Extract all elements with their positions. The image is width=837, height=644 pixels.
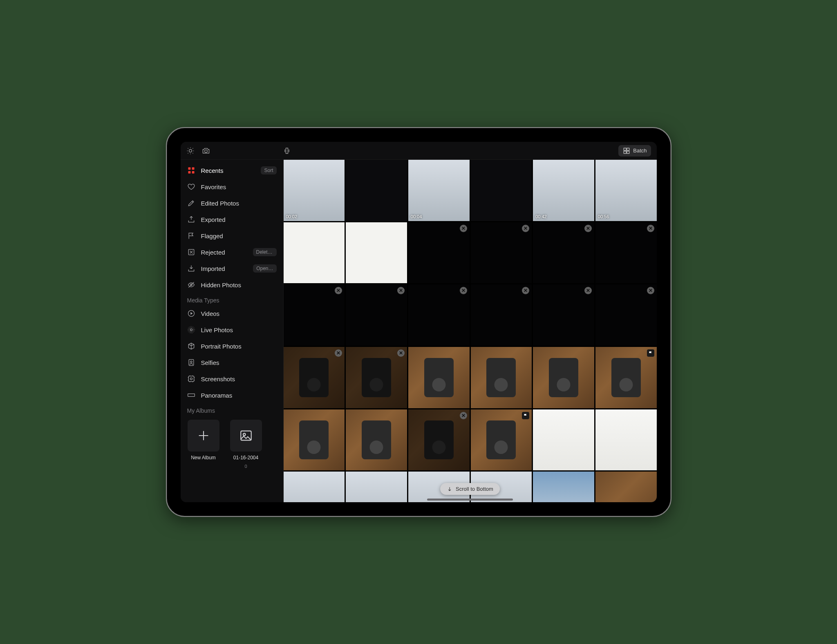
rejected-badge: ✕	[647, 225, 654, 232]
sidebar-item-flagged[interactable]: Flagged	[181, 228, 283, 244]
photo-cell[interactable]	[284, 472, 345, 502]
photo-cell[interactable]: ✕	[284, 284, 345, 346]
sidebar-item-panoramas[interactable]: Panoramas	[181, 387, 283, 403]
sidebar-item-selfies[interactable]: Selfies	[181, 354, 283, 371]
ipod-placeholder	[549, 358, 578, 397]
sidebar-item-favorites[interactable]: Favorites	[181, 179, 283, 195]
sidebar-item-trailing[interactable]: Delete…	[253, 248, 277, 256]
photo-cell[interactable]: ✕	[471, 284, 532, 346]
picture-icon	[230, 420, 262, 452]
reject-icon	[187, 248, 195, 256]
scroll-label: Scroll to Bottom	[456, 486, 493, 492]
sidebar-item-portrait-photos[interactable]: Portrait Photos	[181, 338, 283, 354]
rejected-badge: ✕	[335, 349, 342, 357]
photo-cell[interactable]: 00:56	[595, 160, 657, 221]
photo-cell[interactable]: ✕	[346, 347, 407, 408]
photo-cell[interactable]: 00:42	[533, 160, 594, 221]
pano-icon	[187, 391, 195, 399]
sidebar-item-trailing[interactable]: Sort	[261, 166, 276, 174]
photo-grid-container: 00:0200:0400:4200:56✕✕✕✕✕✕✕✕✕✕✕✕✕ Scroll…	[284, 160, 657, 502]
live-icon	[187, 326, 195, 334]
photo-cell[interactable]: ✕	[533, 222, 594, 284]
video-duration: 00:56	[598, 214, 609, 219]
photo-cell[interactable]	[284, 222, 345, 284]
sidebar-item-live-photos[interactable]: Live Photos	[181, 322, 283, 338]
rejected-badge: ✕	[522, 287, 529, 294]
sidebar-item-label: Screenshots	[201, 376, 235, 382]
photo-cell[interactable]: ✕	[471, 222, 532, 284]
sidebar-item-edited-photos[interactable]: Edited Photos	[181, 195, 283, 211]
rejected-badge: ✕	[522, 225, 529, 232]
photo-grid: 00:0200:0400:4200:56✕✕✕✕✕✕✕✕✕✕✕✕✕	[284, 160, 657, 502]
app-screen: Batch RecentsSortFavoritesEdited PhotosE…	[181, 142, 657, 502]
photo-cell[interactable]	[346, 409, 407, 471]
scroll-to-bottom-button[interactable]: Scroll to Bottom	[440, 483, 500, 495]
photo-cell[interactable]: ✕	[346, 284, 407, 346]
settings-button[interactable]	[186, 147, 195, 155]
photo-cell[interactable]: ✕	[595, 222, 657, 284]
photo-cell[interactable]	[533, 347, 594, 408]
photo-cell[interactable]: 00:02	[284, 160, 345, 221]
haptic-button[interactable]	[283, 147, 291, 155]
flagged-badge	[647, 349, 654, 357]
flag-icon	[187, 232, 195, 240]
rejected-badge: ✕	[647, 287, 654, 294]
haptic-icon	[283, 147, 291, 155]
photo-cell[interactable]	[346, 222, 407, 284]
camera-icon	[202, 147, 210, 155]
photo-cell[interactable]	[533, 409, 594, 471]
sidebar-item-videos[interactable]: Videos	[181, 305, 283, 322]
photo-cell[interactable]: ✕	[595, 284, 657, 346]
ipod-placeholder	[486, 420, 516, 460]
cube-icon	[187, 342, 195, 350]
photo-cell[interactable]: ✕	[533, 284, 594, 346]
photo-cell[interactable]: 00:04	[408, 160, 470, 221]
camera-button[interactable]	[202, 147, 210, 155]
sidebar-item-label: Edited Photos	[201, 200, 239, 207]
device-bezel: Batch RecentsSortFavoritesEdited PhotosE…	[166, 127, 671, 517]
photo-cell[interactable]	[533, 472, 594, 502]
section-media-types: Media Types	[181, 293, 283, 305]
gear-icon	[186, 147, 195, 155]
photo-cell[interactable]	[346, 472, 407, 502]
photo-cell[interactable]	[284, 409, 345, 471]
album-tile[interactable]: New Album	[187, 420, 220, 469]
grid-icon	[187, 166, 195, 174]
photo-cell[interactable]: ✕	[284, 347, 345, 408]
photo-cell[interactable]	[595, 472, 657, 502]
sidebar-item-label: Live Photos	[201, 326, 233, 333]
eye-off-icon	[187, 281, 195, 289]
photo-cell[interactable]	[471, 160, 532, 221]
sidebar-item-exported[interactable]: Exported	[181, 211, 283, 228]
sidebar-item-rejected[interactable]: RejectedDelete…	[181, 244, 283, 260]
album-tile[interactable]: 01-16-20040	[230, 420, 262, 469]
photo-cell[interactable]: ✕	[408, 222, 470, 284]
batch-button[interactable]: Batch	[618, 145, 651, 157]
photo-cell[interactable]: ✕	[408, 284, 470, 346]
grid-icon	[622, 147, 631, 155]
sidebar-item-recents[interactable]: RecentsSort	[181, 162, 283, 179]
photo-cell[interactable]	[595, 409, 657, 471]
sidebar-item-label: Selfies	[201, 359, 219, 366]
sidebar-item-hidden-photos[interactable]: Hidden Photos	[181, 277, 283, 293]
video-duration: 00:02	[286, 214, 298, 219]
ipod-placeholder	[611, 358, 641, 397]
photo-cell[interactable]	[408, 347, 470, 408]
sidebar-item-imported[interactable]: ImportedOpen…	[181, 260, 283, 277]
photo-cell[interactable]	[595, 347, 657, 408]
ipod-placeholder	[362, 358, 391, 397]
import-icon	[187, 264, 195, 273]
plus-icon	[188, 420, 219, 452]
photo-cell[interactable]	[346, 160, 407, 221]
section-my-albums: My Albums	[181, 403, 283, 416]
photo-cell[interactable]	[471, 409, 532, 471]
sidebar-item-trailing[interactable]: Open…	[253, 264, 276, 273]
ipod-placeholder	[424, 420, 454, 460]
rejected-badge: ✕	[397, 287, 405, 294]
photo-cell[interactable]	[471, 347, 532, 408]
photo-cell[interactable]: ✕	[408, 409, 470, 471]
sidebar-item-label: Recents	[201, 167, 224, 174]
ipod-placeholder	[486, 358, 516, 397]
sidebar-item-screenshots[interactable]: Screenshots	[181, 371, 283, 387]
flagged-badge	[522, 412, 529, 419]
